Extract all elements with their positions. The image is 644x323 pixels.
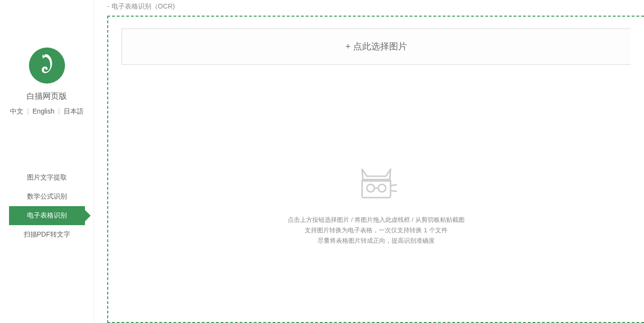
placeholder: 点击上方按钮选择图片 / 将图片拖入此虚线框 / 从剪切板粘贴截图 支持图片转换… [121, 164, 631, 246]
language-selector: 中文 | English | 日本語 [10, 107, 84, 116]
svg-point-3 [378, 184, 386, 192]
lang-separator: | [27, 107, 29, 115]
page-header: - 电子表格识别（OCR) [107, 2, 644, 11]
select-image-button[interactable]: + 点此选择图片 [121, 28, 631, 65]
header-prefix: - [107, 2, 112, 10]
hint-line-3: 尽量将表格图片转成正向，提高识别准确度 [317, 236, 435, 246]
svg-point-2 [367, 184, 374, 192]
nav-item-label: 数学公式识别 [27, 192, 67, 201]
nav-item-label: 电子表格识别 [27, 211, 67, 220]
lang-zh[interactable]: 中文 [10, 107, 23, 115]
nav-item-spreadsheet-ocr[interactable]: 电子表格识别 [9, 206, 85, 225]
nav: 图片文字提取 数学公式识别 电子表格识别 扫描PDF转文字 [0, 168, 93, 244]
nav-item-math-ocr[interactable]: 数学公式识别 [9, 187, 85, 206]
lang-separator: | [58, 107, 60, 115]
sidebar: 白描网页版 中文 | English | 日本語 图片文字提取 数学公式识别 电… [0, 0, 94, 323]
lang-en[interactable]: English [33, 107, 55, 115]
main-content: - 电子表格识别（OCR) + 点此选择图片 点击上方按钮选择图片 / 将图片拖… [94, 0, 644, 323]
nav-item-label: 图片文字提取 [27, 173, 67, 182]
header-title: 电子表格识别（OCR) [112, 2, 175, 10]
select-button-label: + 点此选择图片 [345, 40, 407, 53]
nav-item-image-ocr[interactable]: 图片文字提取 [9, 168, 85, 187]
nav-item-label: 扫描PDF转文字 [24, 230, 70, 239]
svg-line-5 [391, 185, 396, 186]
lang-ja[interactable]: 日本語 [64, 107, 84, 115]
dropzone[interactable]: + 点此选择图片 点击上方按钮选择图片 / 将图片拖入此虚线框 / 从剪切板粘贴… [107, 16, 644, 323]
nav-item-pdf-ocr[interactable]: 扫描PDF转文字 [9, 225, 85, 244]
cat-placeholder-icon [353, 164, 400, 202]
app-logo [29, 48, 65, 84]
svg-point-0 [29, 48, 65, 84]
hint-line-2: 支持图片转换为电子表格，一次仅支持转换 1 个文件 [305, 225, 447, 236]
hint-line-1: 点击上方按钮选择图片 / 将图片拖入此虚线框 / 从剪切板粘贴截图 [288, 215, 465, 225]
app-title: 白描网页版 [27, 91, 67, 102]
svg-line-6 [391, 190, 396, 191]
